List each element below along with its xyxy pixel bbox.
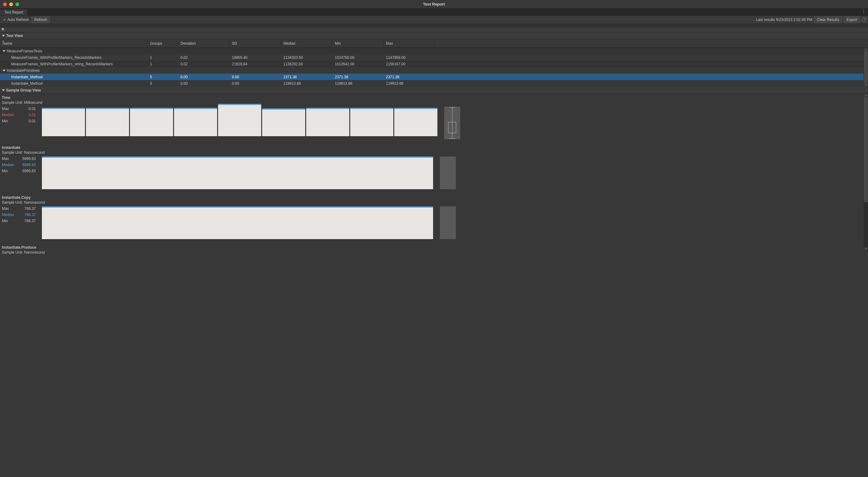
table-row[interactable]: MeasureFrames_WithProfilerMarkers_Record… [0, 54, 868, 61]
scroll-down-icon[interactable]: ▼ [864, 84, 868, 87]
close-icon[interactable] [3, 2, 7, 6]
col-max[interactable]: Max [383, 40, 435, 47]
table-row[interactable]: MeasureFrames_WithProfilerMarkers_string… [0, 61, 868, 67]
col-sd[interactable]: SD [229, 40, 281, 47]
sort-indicator-icon: ▴ [2, 39, 4, 42]
cell-groups: 1 [148, 55, 178, 60]
chevron-down-icon [2, 70, 5, 71]
sample-group: Instantiate.CopySample Unit: NanosecondM… [2, 196, 868, 239]
min-value: 5995.63 [23, 169, 36, 175]
chevron-down-icon [2, 89, 5, 91]
cell-sd: 18855.40 [229, 55, 281, 60]
cell-min: 119913.68 [332, 81, 383, 86]
sample-group-view-header[interactable]: Sample Group View [0, 87, 868, 94]
median-label: Median [2, 213, 14, 219]
scroll-thumb[interactable] [864, 52, 868, 84]
median-value: 0.01 [29, 113, 36, 119]
sample-group: InstantiateSample Unit: NanosecondMax599… [2, 145, 868, 189]
cell-max: 1147958.00 [383, 55, 435, 60]
kebab-menu-icon[interactable]: ⋮ [861, 9, 866, 14]
median-label: Median [2, 113, 14, 119]
sample-bar [42, 206, 433, 239]
sample-bar [394, 108, 437, 136]
sample-area: TimeSample Unit: MillisecondMax0.01Media… [0, 94, 868, 251]
table-scrollbar[interactable]: ▲ ▼ [864, 48, 868, 87]
toolbar: ✓ Auto Refresh Refresh Last results 5/23… [0, 16, 868, 24]
cell-deviation: 0.00 [178, 74, 229, 80]
test-view-label: Test View [6, 34, 23, 38]
cell-median: 119913.68 [281, 81, 332, 86]
check-icon: ✓ [3, 18, 6, 22]
col-min[interactable]: Min [332, 40, 383, 47]
sample-bar [130, 108, 173, 136]
table-group-row[interactable]: InstantiatePrimitives [0, 67, 868, 73]
chevron-down-icon [2, 50, 5, 52]
scroll-thumb[interactable] [864, 97, 868, 202]
max-value: 5995.63 [23, 156, 36, 163]
auto-refresh-toggle[interactable]: ✓ Auto Refresh [1, 17, 31, 23]
test-table: ▴ Name Groups Deviation SD Median Min Ma… [0, 39, 868, 87]
scroll-up-icon[interactable]: ▲ [864, 48, 868, 52]
max-value: 0.01 [29, 107, 36, 113]
boxplot [440, 206, 456, 239]
sample-bar [174, 108, 217, 136]
min-label: Min [2, 169, 8, 175]
sample-bars [42, 107, 437, 136]
traffic-lights [3, 2, 19, 6]
test-name: MeasureFrames_WithProfilerMarkers_Record… [0, 55, 148, 60]
test-name: Instantiate_Method [0, 74, 148, 80]
tab-test-report[interactable]: Test Report [0, 9, 28, 16]
help-icon[interactable]: ? [862, 17, 867, 22]
group-name: MeasureFramesTests [7, 49, 42, 53]
table-row[interactable]: Instantiate_Method50.000.002371.382371.3… [0, 73, 868, 80]
scroll-down-icon[interactable]: ▼ [864, 247, 868, 251]
median-value: 786.37 [24, 213, 36, 219]
cell-min: 2371.38 [332, 74, 383, 80]
median-value: 5995.63 [23, 163, 36, 169]
boxplot [444, 107, 460, 139]
col-deviation[interactable]: Deviation [178, 40, 229, 47]
maximize-icon[interactable] [16, 2, 19, 6]
cell-deviation: 0.00 [178, 81, 229, 86]
export-button[interactable]: Export [844, 16, 860, 23]
cell-min: 1013542.00 [332, 61, 383, 67]
scroll-up-icon[interactable]: ▲ [864, 94, 868, 97]
tabbar: Test Report ⋮ [0, 9, 868, 16]
clear-results-button[interactable]: Clear Results [814, 16, 842, 23]
minimize-icon[interactable] [9, 2, 13, 6]
table-group-row[interactable]: MeasureFramesTests [0, 48, 868, 54]
min-value: 786.37 [24, 219, 36, 225]
search-row[interactable]: 🔍 [0, 27, 868, 33]
sample-group: Instantiate.ProduceSample Unit: Nanoseco… [2, 245, 868, 255]
col-blank [435, 42, 868, 45]
test-view-header[interactable]: Test View [0, 33, 868, 39]
sample-title: Instantiate.Copy [2, 196, 868, 200]
sample-bar [306, 108, 349, 136]
col-median[interactable]: Median [281, 40, 332, 47]
cell-sd: 0.00 [229, 81, 281, 86]
sample-bar [42, 108, 85, 136]
sample-unit: Sample Unit: Nanosecond [2, 250, 868, 255]
max-value: 786.37 [24, 206, 36, 213]
sample-stats: Max5995.63Median5995.63Min5995.63 [2, 156, 36, 189]
sample-title: Time [2, 95, 868, 100]
min-value: 0.01 [29, 119, 36, 125]
min-label: Min [2, 119, 8, 125]
cell-deviation: 0.02 [178, 55, 229, 60]
cell-median: 1136292.00 [281, 61, 332, 67]
max-label: Max [2, 107, 9, 113]
test-name: MeasureFrames_WithProfilerMarkers_string… [0, 61, 148, 67]
cell-max: 2371.38 [383, 74, 435, 80]
cell-sd: 21916.84 [229, 61, 281, 67]
refresh-button[interactable]: Refresh [31, 16, 50, 23]
spacer [0, 24, 868, 27]
titlebar: Test Report [0, 0, 868, 9]
col-groups[interactable]: Groups [148, 40, 178, 47]
col-name[interactable]: ▴ Name [0, 40, 148, 47]
cell-deviation: 0.02 [178, 61, 229, 67]
sample-stats: Max786.37Median786.37Min786.37 [2, 206, 36, 239]
sample-unit: Sample Unit: Nanosecond [2, 150, 868, 155]
table-row[interactable]: Instantiate_Method50.000.00119913.681199… [0, 80, 868, 87]
sample-unit: Sample Unit: Millisecond [2, 100, 868, 105]
sample-scrollbar[interactable]: ▲ ▼ [864, 94, 868, 251]
